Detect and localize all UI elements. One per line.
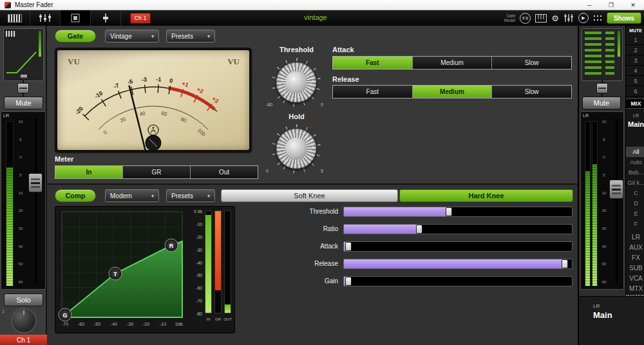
close-button[interactable]: ✕ <box>622 0 644 10</box>
chevron-down-icon: ▾ <box>207 193 210 199</box>
release-fast-option[interactable]: Fast <box>333 86 412 98</box>
attack-slow-option[interactable]: Slow <box>491 57 571 69</box>
bus-type-lr[interactable]: LR <box>626 232 644 242</box>
slider-handle[interactable] <box>345 242 352 251</box>
selected-bus-label[interactable]: Main <box>626 120 644 128</box>
bus-type-fx[interactable]: FX <box>626 252 644 263</box>
mute-group-6[interactable]: 6 <box>626 86 644 97</box>
pan-index-label: 1 <box>2 309 5 313</box>
comp-ratio-slider[interactable] <box>343 224 573 234</box>
comp-release-slider[interactable] <box>343 259 573 269</box>
scale-tick-label: 50 <box>19 262 23 266</box>
release-medium-option[interactable]: Medium <box>412 86 492 98</box>
master-meter-panel: LR 10 5 U 5 10 20 30 40 50 60 <box>580 111 624 290</box>
master-mute-button[interactable]: Mute <box>582 97 621 109</box>
fader-view-button[interactable] <box>91 10 121 26</box>
ratio-handle[interactable]: R <box>165 239 178 252</box>
fx-icon[interactable]: FX <box>520 13 531 24</box>
comp-enable-button[interactable]: Comp <box>55 189 96 202</box>
meter-gr-option[interactable]: GR <box>122 166 190 178</box>
mix-item-all[interactable]: All <box>626 147 644 157</box>
minimize-button[interactable]: ─ <box>578 0 600 10</box>
pan-knob[interactable] <box>11 308 37 333</box>
gate-hold-label: Hold <box>266 113 327 120</box>
gate-model-dropdown[interactable]: Vintage▾ <box>105 30 159 42</box>
master-fader[interactable] <box>609 180 623 199</box>
channel-strip-view-button[interactable] <box>30 10 61 26</box>
mix-item[interactable]: C <box>626 188 644 198</box>
hard-knee-button[interactable]: Hard Knee <box>399 189 573 202</box>
channel-fader[interactable] <box>28 173 43 192</box>
mini-master-fader[interactable] <box>596 83 608 93</box>
mix-item[interactable]: E <box>626 209 644 219</box>
gate-model-label: Gate Model <box>504 14 516 23</box>
mix-item[interactable]: D <box>626 198 644 209</box>
meter-out-option[interactable]: Out <box>190 166 258 178</box>
play-icon[interactable]: ▶ <box>578 13 589 23</box>
mix-item[interactable]: Auto <box>626 157 644 167</box>
soft-knee-button[interactable]: Soft Knee <box>221 189 398 202</box>
shows-button[interactable]: Shows <box>607 12 641 24</box>
slider-handle[interactable] <box>416 225 422 234</box>
bus-type-mtx[interactable]: MTX <box>626 283 644 294</box>
maximize-button[interactable]: ❐ <box>600 0 622 10</box>
comp-presets-dropdown[interactable]: Presets▾ <box>166 189 215 202</box>
mute-group-5[interactable]: 5 <box>626 76 644 86</box>
comp-threshold-label: Threshold <box>240 208 338 215</box>
slider-handle[interactable] <box>345 277 352 286</box>
attack-fast-option[interactable]: Fast <box>333 57 412 69</box>
channel-name-label[interactable]: Ch 1 <box>0 335 47 345</box>
gain-handle[interactable]: G <box>59 308 71 321</box>
meter-in-option[interactable]: In <box>55 166 122 178</box>
mini-fader-handle <box>20 74 28 79</box>
solo-button[interactable]: Solo <box>4 294 43 306</box>
comp-panel: Comp Modern▾ Presets▾ Soft Knee Hard Kne… <box>47 185 578 345</box>
svg-text:-60: -60 <box>78 322 84 326</box>
mixer-banks-button[interactable] <box>0 10 30 26</box>
mix-item[interactable]: Git k... <box>626 178 644 188</box>
gate-threshold-knob[interactable] <box>276 62 316 102</box>
current-view-button[interactable] <box>61 10 91 26</box>
comp-threshold-slider[interactable] <box>343 207 573 217</box>
mix-item[interactable]: Beb... <box>626 167 644 178</box>
bus-type-vca[interactable]: VCA <box>626 273 644 283</box>
mute-group-2[interactable]: 2 <box>626 45 644 55</box>
mute-group-4[interactable]: 4 <box>626 66 644 76</box>
comp-gain-slider[interactable] <box>343 276 573 286</box>
apps-grid-icon[interactable] <box>593 15 602 21</box>
comp-x-axis-labels: -70 -60 -50 -40 -30 -20 -10 0db <box>62 322 183 326</box>
mute-group-1[interactable]: 1 <box>626 35 644 45</box>
main-area: Gate Vintage▾ Presets▾ <box>47 26 578 345</box>
gate-enable-button[interactable]: Gate <box>55 30 96 42</box>
mix-item[interactable]: F <box>626 219 644 229</box>
toolbar-channel-badge[interactable]: Ch 1 <box>130 13 151 24</box>
settings-gear-icon[interactable]: ⚙ <box>551 14 559 23</box>
fader-track[interactable] <box>35 118 37 283</box>
keyboard-icon[interactable] <box>535 14 547 23</box>
gate-attack-selector: Fast Medium Slow <box>332 56 572 70</box>
comp-in-meter <box>205 210 212 313</box>
mixer-overview-thumbnail[interactable] <box>582 28 623 81</box>
comp-model-dropdown[interactable]: Modern▾ <box>105 189 159 202</box>
fader-track[interactable] <box>616 118 618 283</box>
release-slow-option[interactable]: Slow <box>491 86 571 98</box>
scale-tick-label: 40 <box>19 245 23 248</box>
mixer-icon[interactable] <box>564 14 574 23</box>
knob-min-label: 0 <box>266 169 269 173</box>
slider-handle[interactable] <box>446 207 452 216</box>
gate-hold-knob[interactable] <box>276 129 316 169</box>
svg-text:R: R <box>169 243 174 249</box>
channel-overview-thumbnail[interactable] <box>3 28 44 81</box>
bus-type-aux[interactable]: AUX <box>626 242 644 252</box>
gate-presets-dropdown[interactable]: Presets▾ <box>166 30 215 42</box>
bus-type-sub[interactable]: SUB <box>626 263 644 273</box>
bottom-bus-label[interactable]: Main <box>593 310 612 320</box>
scale-tick-label: U <box>603 155 605 159</box>
comp-attack-slider[interactable] <box>343 241 573 252</box>
mute-group-3[interactable]: 3 <box>626 55 644 66</box>
mini-channel-fader[interactable] <box>17 83 29 93</box>
threshold-handle[interactable]: T <box>109 267 122 280</box>
mute-button[interactable]: Mute <box>4 97 43 109</box>
slider-handle[interactable] <box>562 259 568 268</box>
attack-medium-option[interactable]: Medium <box>412 57 492 69</box>
